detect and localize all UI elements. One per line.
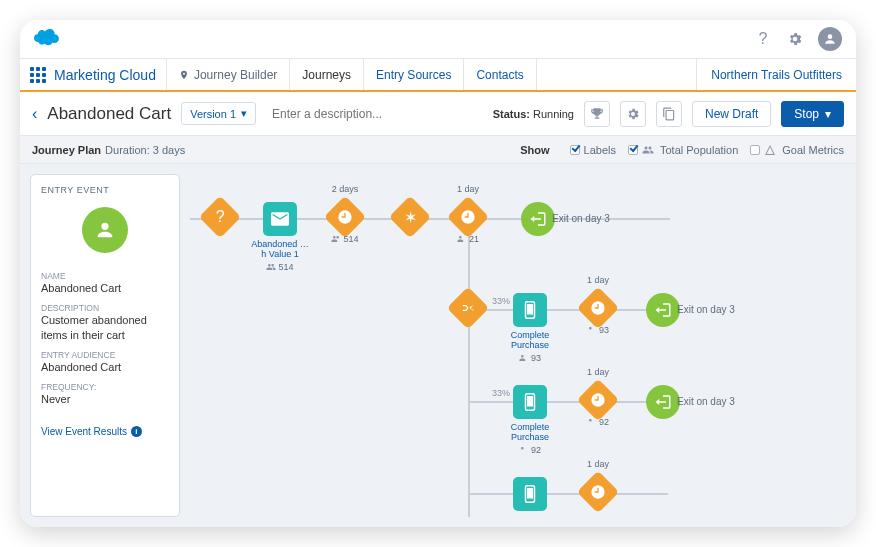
- engagement-node[interactable]: ✶: [380, 202, 440, 232]
- user-avatar[interactable]: [818, 27, 842, 51]
- wait-node[interactable]: [568, 477, 628, 507]
- wait-label: 2 days: [332, 184, 359, 194]
- exit-label: Exit on day 3: [677, 304, 735, 315]
- account-name[interactable]: Northern Trails Outfitters: [696, 59, 856, 90]
- tab-contacts[interactable]: Contacts: [464, 59, 536, 90]
- random-split-node[interactable]: [438, 293, 498, 323]
- svg-rect-3: [527, 396, 533, 407]
- app-launcher-icon: [30, 67, 46, 83]
- stop-button[interactable]: Stop▾: [781, 101, 844, 127]
- salesforce-logo: [34, 28, 60, 50]
- mobile-activity[interactable]: [500, 477, 560, 511]
- chevron-down-icon: ▾: [825, 107, 831, 121]
- duration-label: Duration:: [105, 144, 150, 156]
- wait-label: 1 day: [587, 459, 609, 469]
- trophy-icon[interactable]: [584, 101, 610, 127]
- app-name: Marketing Cloud: [54, 67, 156, 83]
- wait-node[interactable]: 21: [438, 202, 498, 244]
- duration-value: 3 days: [153, 144, 185, 156]
- plan-title: Journey Plan: [32, 144, 101, 156]
- svg-rect-5: [527, 488, 533, 499]
- entry-heading: ENTRY EVENT: [41, 185, 169, 195]
- view-event-results-link[interactable]: View Event Resultsi: [41, 426, 169, 437]
- breadcrumb[interactable]: Journey Builder: [167, 59, 290, 90]
- wait-label: 1 day: [457, 184, 479, 194]
- tab-entry-sources[interactable]: Entry Sources: [364, 59, 464, 90]
- status-label: Status: Running: [493, 108, 574, 120]
- copy-icon[interactable]: [656, 101, 682, 127]
- chevron-down-icon: ▾: [241, 107, 247, 120]
- gear-icon[interactable]: [786, 30, 804, 48]
- exit-label: Exit on day 3: [677, 396, 735, 407]
- wait-label: 1 day: [587, 275, 609, 285]
- wait-node[interactable]: 92: [568, 385, 628, 427]
- back-button[interactable]: ‹: [32, 105, 37, 123]
- wait-node[interactable]: 514: [315, 202, 375, 244]
- svg-rect-1: [527, 304, 533, 315]
- description-input[interactable]: [266, 101, 466, 127]
- entry-event-panel: ENTRY EVENT NAME Abandoned Cart DESCRIPT…: [30, 174, 180, 517]
- help-icon[interactable]: ?: [754, 30, 772, 48]
- exit-label: Exit on day 3: [552, 213, 610, 224]
- journey-canvas[interactable]: 33% 33% ? Abandoned …h Value 1 514 2 day…: [190, 174, 846, 517]
- settings-icon[interactable]: [620, 101, 646, 127]
- wait-label: 1 day: [587, 367, 609, 377]
- mobile-activity[interactable]: Complete Purchase 92: [500, 385, 560, 455]
- wait-node[interactable]: 93: [568, 293, 628, 335]
- info-icon: i: [131, 426, 142, 437]
- new-draft-button[interactable]: New Draft: [692, 101, 771, 127]
- tab-journeys[interactable]: Journeys: [290, 59, 364, 90]
- show-label: Show: [520, 144, 549, 156]
- app-switcher[interactable]: Marketing Cloud: [20, 59, 167, 90]
- mobile-activity[interactable]: Complete Purchase 93: [500, 293, 560, 363]
- toggle-labels[interactable]: Labels: [570, 144, 616, 156]
- connector: [468, 218, 470, 517]
- email-activity[interactable]: Abandoned …h Value 1 514: [250, 202, 310, 272]
- toggle-goal-metrics[interactable]: Goal Metrics: [750, 144, 844, 156]
- toggle-total-population[interactable]: Total Population: [628, 144, 738, 156]
- version-selector[interactable]: Version 1 ▾: [181, 102, 256, 125]
- decision-node[interactable]: ?: [190, 202, 250, 232]
- journey-title: Abandoned Cart: [47, 104, 171, 124]
- person-icon: [82, 207, 128, 253]
